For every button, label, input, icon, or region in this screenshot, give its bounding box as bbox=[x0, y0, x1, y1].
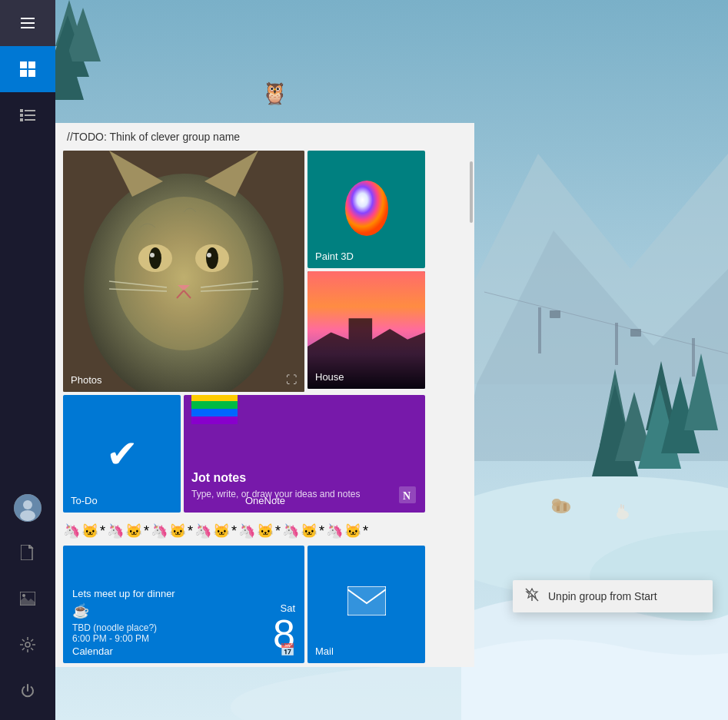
svg-marker-8 bbox=[646, 361, 676, 430]
tile-calendar[interactable]: Lets meet up for dinner ☕ TBD (noodle pl… bbox=[63, 546, 304, 663]
unicorn-row: 🦄🐱*🦄🐱*🦄🐱*🦄🐱*🦄🐱*🦄🐱*🦄🐱* bbox=[55, 516, 474, 546]
tile-house[interactable]: House bbox=[307, 271, 425, 389]
paint3d-label: Paint 3D bbox=[315, 251, 354, 262]
onenote-content: Jot notes Type, write, or draw your idea… bbox=[184, 460, 425, 513]
bottom-tiles-row: Lets meet up for dinner ☕ TBD (noodle pl… bbox=[55, 546, 474, 667]
svg-rect-32 bbox=[21, 27, 35, 28]
house-label: House bbox=[315, 371, 344, 383]
photo-image bbox=[63, 151, 304, 392]
svg-point-26 bbox=[617, 510, 629, 519]
svg-rect-73 bbox=[191, 401, 238, 409]
tiles-icon bbox=[20, 61, 35, 77]
sidebar bbox=[0, 0, 55, 720]
svg-point-22 bbox=[552, 501, 570, 513]
unicorn-text: 🦄🐱*🦄🐱*🦄🐱*🦄🐱*🦄🐱*🦄🐱*🦄🐱* bbox=[63, 523, 370, 539]
svg-rect-17 bbox=[538, 307, 541, 353]
svg-point-2 bbox=[538, 689, 728, 720]
owl-decoration: 🦉 bbox=[261, 81, 288, 106]
hamburger-menu[interactable] bbox=[0, 0, 55, 46]
svg-text:N: N bbox=[403, 490, 411, 502]
image-icon bbox=[20, 592, 35, 606]
svg-line-16 bbox=[484, 292, 728, 353]
user-avatar[interactable] bbox=[14, 494, 42, 522]
power-icon bbox=[20, 683, 35, 698]
mail-envelope-icon bbox=[347, 586, 386, 622]
sidebar-item-list[interactable] bbox=[0, 92, 55, 138]
svg-point-54 bbox=[149, 247, 161, 269]
svg-rect-38 bbox=[25, 110, 35, 111]
svg-point-55 bbox=[206, 247, 218, 269]
svg-rect-37 bbox=[20, 109, 23, 112]
settings-icon bbox=[20, 637, 35, 652]
context-menu-unpin-group[interactable]: Unpin group from Start bbox=[513, 580, 713, 612]
svg-rect-21 bbox=[630, 329, 641, 337]
svg-rect-36 bbox=[28, 70, 35, 77]
svg-rect-19 bbox=[692, 338, 695, 377]
svg-rect-78 bbox=[347, 586, 386, 615]
paint3d-icon bbox=[340, 178, 394, 242]
calendar-coffee: ☕ bbox=[72, 603, 89, 619]
tile-paint3d[interactable]: Paint 3D bbox=[307, 151, 425, 268]
svg-rect-30 bbox=[21, 18, 35, 19]
tile-mail[interactable]: Mail bbox=[307, 546, 425, 663]
svg-marker-6 bbox=[592, 384, 638, 476]
onenote-art bbox=[191, 395, 238, 424]
svg-rect-40 bbox=[25, 114, 35, 116]
onenote-jot-label: Jot notes bbox=[191, 471, 417, 485]
svg-rect-72 bbox=[191, 395, 238, 401]
svg-rect-41 bbox=[20, 118, 23, 121]
tiles-row-1: Photos ⛶ bbox=[63, 151, 467, 392]
tile-photos[interactable]: Photos ⛶ bbox=[63, 151, 304, 392]
calendar-icon: 📅 bbox=[280, 642, 295, 657]
svg-rect-39 bbox=[20, 114, 23, 117]
unpin-icon bbox=[525, 588, 539, 605]
svg-marker-11 bbox=[684, 353, 718, 430]
svg-point-27 bbox=[618, 507, 624, 513]
sidebar-item-image[interactable] bbox=[0, 576, 55, 622]
svg-point-25 bbox=[552, 499, 561, 506]
svg-rect-23 bbox=[557, 503, 560, 511]
svg-point-51 bbox=[115, 197, 253, 350]
svg-rect-20 bbox=[550, 310, 560, 318]
svg-rect-74 bbox=[191, 409, 238, 416]
calendar-event-title: Lets meet up for dinner bbox=[72, 588, 295, 599]
svg-marker-9 bbox=[638, 384, 681, 469]
svg-point-44 bbox=[23, 500, 32, 509]
svg-marker-12 bbox=[55, 0, 83, 46]
svg-rect-34 bbox=[28, 61, 35, 68]
todo-label: To-Do bbox=[71, 495, 98, 506]
document-icon bbox=[21, 545, 35, 560]
start-panel: //TODO: Think of clever group name bbox=[55, 123, 474, 667]
onenote-footer: OneNote bbox=[245, 495, 285, 506]
photos-corner-icon: ⛶ bbox=[286, 373, 297, 386]
svg-point-57 bbox=[207, 253, 211, 257]
svg-rect-33 bbox=[20, 61, 27, 68]
hamburger-icon bbox=[21, 18, 35, 28]
calendar-time: 6:00 PM - 9:00 PM bbox=[72, 633, 273, 644]
list-icon bbox=[20, 109, 35, 121]
tile-todo[interactable]: ✔ To-Do bbox=[63, 395, 181, 513]
tiles-row-2: ✔ To-Do bbox=[63, 395, 467, 513]
tile-onenote[interactable]: Jot notes Type, write, or draw your idea… bbox=[184, 395, 425, 513]
svg-point-56 bbox=[150, 253, 155, 257]
sidebar-item-newdoc[interactable] bbox=[0, 529, 55, 576]
svg-rect-28 bbox=[620, 504, 622, 509]
sidebar-item-power[interactable] bbox=[0, 668, 55, 714]
sidebar-item-settings[interactable] bbox=[0, 622, 55, 668]
tiles-container: Photos ⛶ bbox=[55, 147, 474, 516]
onenote-name-label: OneNote bbox=[245, 495, 285, 506]
onenote-art-container bbox=[184, 395, 245, 460]
svg-rect-24 bbox=[563, 503, 567, 511]
onenote-n-badge: N bbox=[399, 486, 416, 506]
sidebar-item-tiles[interactable] bbox=[0, 46, 55, 92]
svg-point-64 bbox=[345, 181, 388, 236]
panel-scrollbar[interactable] bbox=[470, 161, 473, 223]
svg-rect-35 bbox=[20, 70, 27, 77]
svg-marker-7 bbox=[615, 392, 653, 461]
svg-point-47 bbox=[22, 594, 25, 597]
svg-rect-31 bbox=[21, 22, 35, 24]
svg-rect-42 bbox=[25, 119, 35, 121]
context-menu: Unpin group from Start bbox=[513, 580, 713, 612]
photos-label: Photos bbox=[71, 374, 101, 386]
group-header: //TODO: Think of clever group name bbox=[55, 123, 474, 147]
